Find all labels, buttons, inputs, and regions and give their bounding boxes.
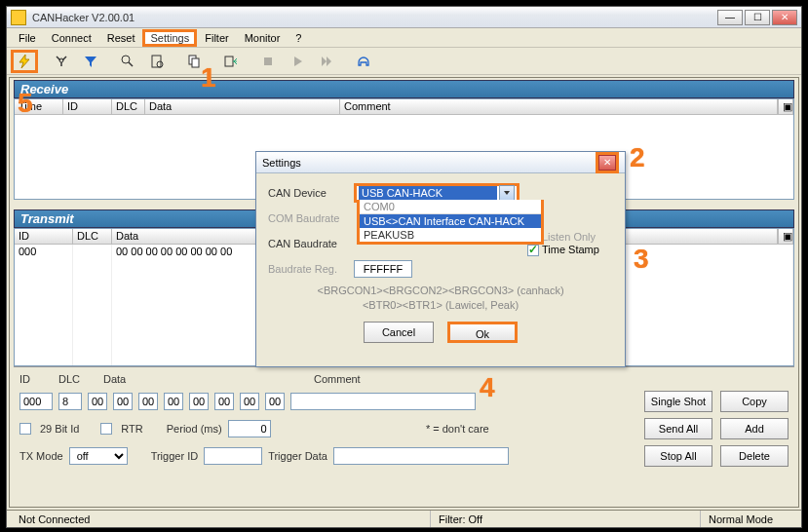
dialog-close-button[interactable]: ✕ <box>598 155 616 171</box>
annotation-5: 5 <box>18 88 33 119</box>
period-label: Period (ms) <box>167 423 222 435</box>
id-label: ID <box>19 373 53 385</box>
timestamp-checkbox[interactable] <box>527 245 539 256</box>
txmode-select[interactable]: off <box>69 447 128 465</box>
opt-peakusb[interactable]: PEAKUSB <box>360 228 541 242</box>
listen-only-label: Listen Only <box>542 231 596 243</box>
dlc-input[interactable] <box>58 393 82 410</box>
d3[interactable] <box>164 393 183 410</box>
svg-rect-10 <box>264 57 272 65</box>
delete-button[interactable]: Delete <box>720 445 789 467</box>
transmit-corner-icon[interactable]: ▣ <box>778 229 793 244</box>
menu-monitor[interactable]: Monitor <box>237 30 289 46</box>
rtr-label: RTR <box>121 423 142 435</box>
connect-flash-button[interactable] <box>11 50 38 73</box>
can-baud-label: CAN Baudrate <box>268 238 354 249</box>
menubar: File Connect Reset Settings Filter Monit… <box>7 28 801 48</box>
trigid-input[interactable] <box>204 447 262 465</box>
menu-filter[interactable]: Filter <box>197 30 236 46</box>
tx-id-cell[interactable]: 000 <box>15 245 73 365</box>
comment-input[interactable] <box>290 393 476 410</box>
col-dlc[interactable]: DLC <box>112 99 145 114</box>
bit29-checkbox[interactable] <box>19 423 31 435</box>
window-title: CANHacker V2.00.01 <box>32 12 717 23</box>
d4[interactable] <box>189 393 209 410</box>
can-device-value: USB CAN-HACK <box>359 186 497 200</box>
col-comment[interactable]: Comment <box>340 99 778 114</box>
annotation-1: 1 <box>201 62 216 94</box>
baudreg-label: Baudrate Reg. <box>268 263 354 275</box>
col-data[interactable]: Data <box>145 99 340 114</box>
status-connection: Not Connected <box>11 511 430 527</box>
minimize-button[interactable]: — <box>717 10 743 25</box>
headset-button[interactable] <box>350 50 377 73</box>
receive-title: Receive <box>14 80 794 98</box>
svg-marker-0 <box>19 55 29 68</box>
menu-file[interactable]: File <box>11 30 44 46</box>
can-device-combo[interactable]: USB CAN-HACK COM0 USB<>CAN Interface CAN… <box>354 183 519 203</box>
statusbar: Not Connected Filter: Off Normal Mode <box>7 510 801 527</box>
stop-button[interactable] <box>254 50 282 73</box>
col-id[interactable]: ID <box>63 99 112 114</box>
close-button[interactable]: ✕ <box>772 10 797 25</box>
hint1: <BRGCON1><BRGCON2><BRGCON3> (canhack) <box>268 285 613 297</box>
cancel-button[interactable]: Cancel <box>364 322 434 343</box>
svg-marker-13 <box>327 57 331 66</box>
bit29-label: 29 Bit Id <box>40 423 79 435</box>
menu-reset[interactable]: Reset <box>99 30 143 46</box>
can-device-label: CAN Device <box>268 187 354 199</box>
ok-button[interactable]: Ok <box>447 322 518 343</box>
id-input[interactable] <box>19 393 53 410</box>
add-button[interactable]: Add <box>720 418 789 439</box>
menu-help[interactable]: ? <box>288 30 309 46</box>
rtr-checkbox[interactable] <box>100 423 112 435</box>
d1[interactable] <box>113 393 133 410</box>
single-shot-button[interactable]: Single Shot <box>644 391 712 412</box>
sendall-button[interactable]: Send All <box>644 418 712 439</box>
dontcare-label: * = don't care <box>277 423 638 435</box>
tools-button[interactable] <box>48 50 75 73</box>
status-filter: Filter: Off <box>430 511 700 527</box>
trigid-label: Trigger ID <box>151 450 199 462</box>
opt-com0[interactable]: COM0 <box>360 200 541 214</box>
svg-marker-2 <box>85 57 96 67</box>
svg-point-6 <box>157 61 163 67</box>
com-baud-label: COM Baudrate <box>268 212 354 224</box>
d2[interactable] <box>138 393 158 410</box>
titlebar: CANHacker V2.00.01 — ☐ ✕ <box>7 7 801 28</box>
filter-button[interactable] <box>77 50 104 73</box>
annotation-2: 2 <box>630 142 645 173</box>
svg-rect-9 <box>225 57 233 66</box>
hint2: <BTR0><BTR1> (Lawicel, Peak) <box>268 299 613 312</box>
menu-connect[interactable]: Connect <box>44 30 99 46</box>
trigdata-label: Trigger Data <box>268 450 327 462</box>
annotation-4: 4 <box>480 372 495 403</box>
opt-usb-canhack[interactable]: USB<>CAN Interface CAN-HACK <box>360 214 541 228</box>
toolbar <box>7 48 801 75</box>
d7[interactable] <box>265 393 285 410</box>
receive-corner-icon[interactable]: ▣ <box>778 99 793 114</box>
d6[interactable] <box>240 393 259 410</box>
trigdata-input[interactable] <box>333 447 509 465</box>
copy-row-button[interactable]: Copy <box>720 391 789 412</box>
stopall-button[interactable]: Stop All <box>644 445 712 467</box>
d0[interactable] <box>88 393 107 410</box>
d5[interactable] <box>214 393 234 410</box>
svg-line-4 <box>129 62 133 66</box>
zoom-button[interactable] <box>114 50 141 73</box>
period-input[interactable] <box>228 420 271 437</box>
export-button[interactable] <box>217 50 245 73</box>
tcol-dlc[interactable]: DLC <box>73 229 112 244</box>
forward-button[interactable] <box>313 50 340 73</box>
combo-arrow-icon[interactable] <box>499 185 515 201</box>
can-device-dropdown[interactable]: COM0 USB<>CAN Interface CAN-HACK PEAKUSB <box>357 200 544 245</box>
menu-settings[interactable]: Settings <box>142 29 197 47</box>
maximize-button[interactable]: ☐ <box>745 10 770 25</box>
play-button[interactable] <box>284 50 311 73</box>
page-button[interactable] <box>143 50 171 73</box>
dlc-label: DLC <box>58 373 97 385</box>
baudreg-input[interactable] <box>354 260 412 278</box>
svg-rect-8 <box>192 58 199 67</box>
tcol-id[interactable]: ID <box>15 229 73 244</box>
tx-dlc-cell[interactable] <box>73 245 112 365</box>
